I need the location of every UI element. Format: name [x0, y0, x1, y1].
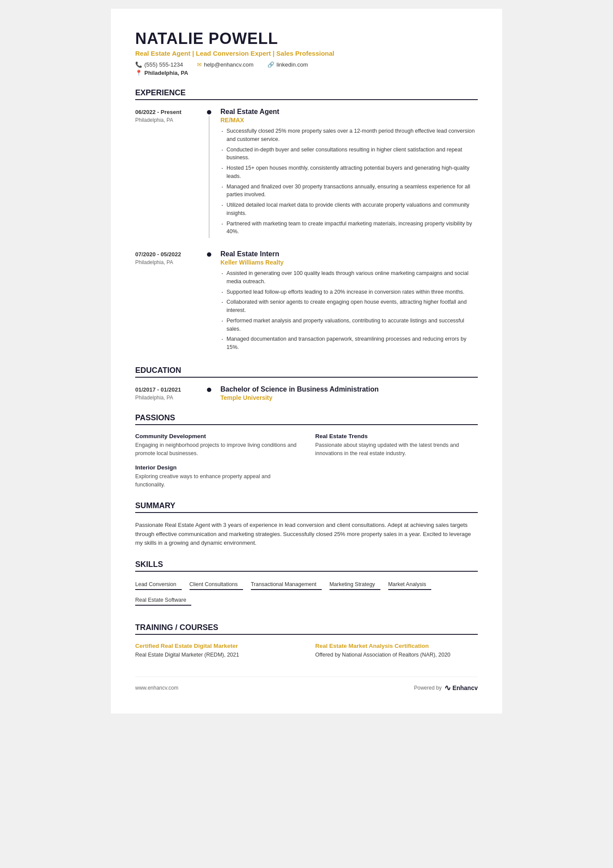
skills-section-title: SKILLS: [135, 560, 478, 572]
bullet-item: Performed market analysis and property v…: [220, 317, 478, 333]
email-contact: ✉ help@enhancv.com: [197, 61, 253, 68]
exp-dot: [207, 252, 211, 257]
logo-symbol: ∿: [444, 683, 451, 693]
footer-powered-by: Powered by ∿ Enhancv: [414, 683, 478, 693]
passion-item: Interior Design Exploring creative ways …: [135, 464, 298, 489]
bullet-item: Collaborated with senior agents to creat…: [220, 298, 478, 315]
skills-section: SKILLS Lead ConversionClient Consultatio…: [135, 560, 478, 611]
phone-number: (555) 555-1234: [144, 61, 183, 68]
edu-date-col: 01/2017 - 01/2021 Philadelphia, PA: [135, 385, 205, 401]
education-item: 01/2017 - 01/2021 Philadelphia, PA Bache…: [135, 385, 478, 401]
experience-item: 07/2020 - 05/2022 Philadelphia, PA Real …: [135, 250, 478, 354]
summary-section: SUMMARY Passionate Real Estate Agent wit…: [135, 501, 478, 548]
edu-dot: [207, 388, 211, 392]
training-title: Certified Real Estate Digital Marketer: [135, 643, 298, 649]
linkedin-contact: 🔗 linkedin.com: [267, 61, 308, 68]
experience-section-title: EXPERIENCE: [135, 88, 478, 100]
passions-section: PASSIONS Community Development Engaging …: [135, 413, 478, 489]
summary-text: Passionate Real Estate Agent with 3 year…: [135, 521, 478, 548]
exp-location: Philadelphia, PA: [135, 117, 205, 123]
skill-tag: Client Consultations: [190, 580, 243, 590]
linkedin-url: linkedin.com: [277, 61, 308, 68]
skill-tag: Lead Conversion: [135, 580, 182, 590]
footer: www.enhancv.com Powered by ∿ Enhancv: [135, 677, 478, 693]
passion-title: Interior Design: [135, 464, 298, 471]
passion-description: Passionate about staying updated with th…: [315, 441, 478, 458]
experience-container: 06/2022 - Present Philadelphia, PA Real …: [135, 108, 478, 354]
passion-title: Community Development: [135, 433, 298, 439]
bullet-item: Successfully closed 25% more property sa…: [220, 127, 478, 144]
bullet-item: Utilized detailed local market data to p…: [220, 201, 478, 218]
passions-container: Community Development Engaging in neighb…: [135, 433, 478, 489]
exp-dot-col: [205, 108, 213, 238]
skill-tag: Marketing Strategy: [330, 580, 380, 590]
exp-dot-col: [205, 250, 213, 354]
location-icon: 📍: [135, 70, 142, 76]
training-container: Certified Real Estate Digital Marketer R…: [135, 643, 478, 659]
footer-website: www.enhancv.com: [135, 685, 178, 691]
bullet-item: Managed documentation and transaction pa…: [220, 335, 478, 352]
phone-contact: 📞 (555) 555-1234: [135, 61, 183, 68]
training-item: Real Estate Market Analysis Certificatio…: [315, 643, 478, 659]
email-address: help@enhancv.com: [204, 61, 253, 68]
passion-item: Community Development Engaging in neighb…: [135, 433, 298, 458]
exp-date: 06/2022 - Present: [135, 109, 205, 115]
edu-dot-col: [205, 385, 213, 401]
enhancv-logo: ∿ Enhancv: [444, 683, 478, 693]
experience-item: 06/2022 - Present Philadelphia, PA Real …: [135, 108, 478, 238]
degree-title: Bachelor of Science in Business Administ…: [220, 385, 478, 393]
skill-tag: Real Estate Software: [135, 595, 191, 606]
job-title: Real Estate Intern: [220, 250, 478, 258]
bullet-item: Conducted in-depth buyer and seller cons…: [220, 146, 478, 162]
exp-date-col: 06/2022 - Present Philadelphia, PA: [135, 108, 205, 238]
passion-description: Exploring creative ways to enhance prope…: [135, 473, 298, 489]
training-description: Offered by National Association of Realt…: [315, 651, 478, 659]
bullet-item: Hosted 15+ open houses monthly, consiste…: [220, 164, 478, 181]
email-icon: ✉: [197, 61, 202, 68]
passion-title: Real Estate Trends: [315, 433, 478, 439]
edu-date: 01/2017 - 01/2021: [135, 386, 205, 393]
bullet-item: Managed and finalized over 30 property t…: [220, 183, 478, 199]
exp-location: Philadelphia, PA: [135, 259, 205, 265]
summary-section-title: SUMMARY: [135, 501, 478, 513]
edu-content: Bachelor of Science in Business Administ…: [213, 385, 478, 401]
training-item: Certified Real Estate Digital Marketer R…: [135, 643, 298, 659]
phone-icon: 📞: [135, 61, 142, 68]
candidate-name: NATALIE POWELL: [135, 30, 478, 48]
exp-date-col: 07/2020 - 05/2022 Philadelphia, PA: [135, 250, 205, 354]
training-section: TRAINING / COURSES Certified Real Estate…: [135, 623, 478, 659]
bullet-item: Supported lead follow-up efforts leading…: [220, 288, 478, 296]
bullet-item: Assisted in generating over 100 quality …: [220, 269, 478, 286]
candidate-title: Real Estate Agent | Lead Conversion Expe…: [135, 50, 478, 57]
exp-date: 07/2020 - 05/2022: [135, 251, 205, 258]
passions-grid: Community Development Engaging in neighb…: [135, 433, 478, 489]
powered-by-label: Powered by: [414, 685, 441, 691]
contact-info: 📞 (555) 555-1234 ✉ help@enhancv.com 🔗 li…: [135, 61, 478, 68]
job-title: Real Estate Agent: [220, 108, 478, 116]
linkedin-icon: 🔗: [267, 61, 274, 68]
skills-container: Lead ConversionClient ConsultationsTrans…: [135, 580, 478, 611]
university-name: Temple University: [220, 394, 478, 401]
passion-item: Real Estate Trends Passionate about stay…: [315, 433, 478, 458]
experience-section: EXPERIENCE 06/2022 - Present Philadelphi…: [135, 88, 478, 354]
header: NATALIE POWELL Real Estate Agent | Lead …: [135, 30, 478, 76]
bullet-list: Successfully closed 25% more property sa…: [220, 127, 478, 236]
training-title: Real Estate Market Analysis Certificatio…: [315, 643, 478, 649]
skill-tag: Market Analysis: [388, 580, 432, 590]
exp-content: Real Estate Agent RE/MAX Successfully cl…: [213, 108, 478, 238]
skill-tag: Transactional Management: [251, 580, 322, 590]
location-info: 📍 Philadelphia, PA: [135, 70, 478, 76]
edu-location: Philadelphia, PA: [135, 395, 205, 401]
bullet-item: Partnered with marketing team to create …: [220, 220, 478, 236]
exp-content: Real Estate Intern Keller Williams Realt…: [213, 250, 478, 354]
resume-page: NATALIE POWELL Real Estate Agent | Lead …: [111, 9, 502, 714]
training-section-title: TRAINING / COURSES: [135, 623, 478, 635]
training-description: Real Estate Digital Marketer (REDM), 202…: [135, 651, 298, 659]
education-container: 01/2017 - 01/2021 Philadelphia, PA Bache…: [135, 385, 478, 401]
education-section: EDUCATION 01/2017 - 01/2021 Philadelphia…: [135, 366, 478, 401]
bullet-list: Assisted in generating over 100 quality …: [220, 269, 478, 352]
company-name: RE/MAX: [220, 117, 478, 124]
exp-line: [209, 116, 210, 238]
passion-description: Engaging in neighborhood projects to imp…: [135, 441, 298, 458]
education-section-title: EDUCATION: [135, 366, 478, 378]
